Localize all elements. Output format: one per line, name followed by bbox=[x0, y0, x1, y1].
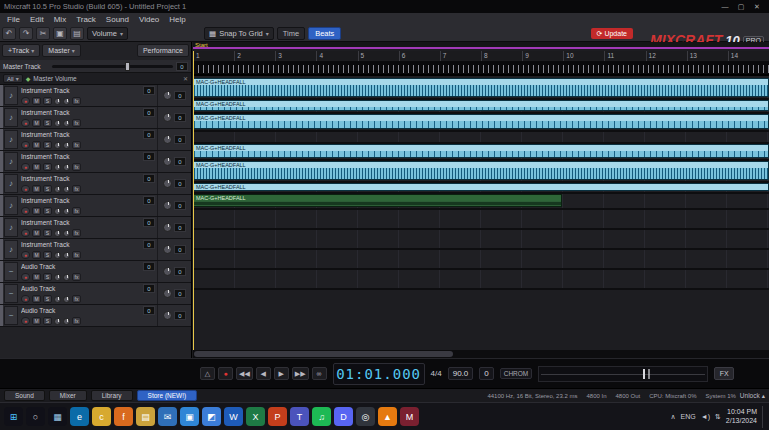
paste-icon[interactable]: ▤ bbox=[70, 27, 84, 40]
arm-button[interactable]: ● bbox=[21, 251, 30, 259]
solo-button[interactable]: S bbox=[43, 119, 52, 127]
mute-button[interactable]: M bbox=[32, 295, 41, 303]
volume-knob[interactable] bbox=[63, 252, 70, 259]
audio-clip[interactable]: MAC-G+HEADFALL bbox=[193, 161, 769, 180]
arm-button[interactable]: ● bbox=[21, 119, 30, 127]
mute-button[interactable]: M bbox=[32, 163, 41, 171]
track-row[interactable]: ♪Instrument Track0●MSfx0 bbox=[0, 195, 191, 217]
discord-icon[interactable]: D bbox=[334, 407, 353, 426]
unlock-button[interactable]: Unlock ▴ bbox=[740, 392, 765, 400]
arm-button[interactable]: ● bbox=[21, 163, 30, 171]
mute-button[interactable]: M bbox=[32, 273, 41, 281]
arm-button[interactable]: ● bbox=[21, 207, 30, 215]
menu-item-file[interactable]: File bbox=[2, 15, 25, 24]
mute-button[interactable]: M bbox=[32, 251, 41, 259]
fx-button[interactable]: fx bbox=[72, 119, 81, 127]
pan-knob[interactable] bbox=[54, 274, 61, 281]
solo-button[interactable]: S bbox=[43, 317, 52, 325]
tab-mixer[interactable]: Mixer bbox=[49, 390, 87, 401]
solo-button[interactable]: S bbox=[43, 273, 52, 281]
photos-icon[interactable]: ◩ bbox=[202, 407, 221, 426]
solo-button[interactable]: S bbox=[43, 295, 52, 303]
tray-expand-icon[interactable]: ∧ bbox=[670, 413, 675, 421]
play-button[interactable]: ▶ bbox=[274, 367, 289, 380]
solo-button[interactable]: S bbox=[43, 185, 52, 193]
audio-clip[interactable]: MAC-G+HEADFALL bbox=[193, 100, 769, 111]
solo-button[interactable]: S bbox=[43, 251, 52, 259]
pan-knob[interactable] bbox=[54, 252, 61, 259]
timeline-lane[interactable] bbox=[193, 270, 769, 290]
playhead[interactable] bbox=[193, 51, 194, 350]
timeline-lane[interactable] bbox=[193, 210, 769, 230]
network-icon[interactable]: ⇅ bbox=[715, 413, 721, 421]
teams-icon[interactable]: T bbox=[290, 407, 309, 426]
powerpoint-icon[interactable]: P bbox=[268, 407, 287, 426]
arm-button[interactable]: ● bbox=[21, 141, 30, 149]
loop-button[interactable]: ∞ bbox=[312, 367, 327, 380]
send-knob[interactable] bbox=[163, 223, 172, 232]
rewind-to-start-button[interactable]: ◀◀ bbox=[236, 367, 253, 380]
fx-button[interactable]: fx bbox=[72, 185, 81, 193]
copy-icon[interactable]: ▣ bbox=[53, 27, 67, 40]
tab-library[interactable]: Library bbox=[91, 390, 133, 401]
send-knob[interactable] bbox=[163, 289, 172, 298]
volume-icon[interactable]: ◄) bbox=[701, 413, 710, 421]
maximize-button[interactable]: ▢ bbox=[733, 3, 749, 11]
fx-button[interactable]: fx bbox=[72, 141, 81, 149]
menu-item-track[interactable]: Track bbox=[71, 15, 101, 24]
send-knob[interactable] bbox=[163, 135, 172, 144]
fx-button[interactable]: fx bbox=[72, 207, 81, 215]
mute-button[interactable]: M bbox=[32, 317, 41, 325]
timeline-lane[interactable] bbox=[193, 132, 769, 144]
firefox-icon[interactable]: f bbox=[114, 407, 133, 426]
track-row[interactable]: ♪Instrument Track0●MSfx0 bbox=[0, 107, 191, 129]
update-button[interactable]: ⟳ Update bbox=[591, 28, 633, 39]
solo-button[interactable]: S bbox=[43, 229, 52, 237]
automation-all-dropdown[interactable]: All ▾ bbox=[3, 74, 23, 83]
fast-forward-button[interactable]: ▶▶ bbox=[292, 367, 309, 380]
menu-item-edit[interactable]: Edit bbox=[25, 15, 49, 24]
performance-button[interactable]: Performance bbox=[137, 44, 189, 57]
track-row[interactable]: ~Audio Track0●MSfx0 bbox=[0, 283, 191, 305]
track-row[interactable]: ♪Instrument Track0●MSfx0 bbox=[0, 151, 191, 173]
timeline-lane[interactable]: MAC-G+HEADFALL bbox=[193, 183, 769, 194]
cut-icon[interactable]: ✂ bbox=[36, 27, 50, 40]
pan-knob[interactable] bbox=[54, 120, 61, 127]
arm-button[interactable]: ● bbox=[21, 317, 30, 325]
start-marker[interactable]: Start bbox=[195, 42, 208, 49]
mail-icon[interactable]: ✉ bbox=[158, 407, 177, 426]
redo-icon[interactable]: ↷ bbox=[19, 27, 33, 40]
timeline-lane[interactable] bbox=[193, 230, 769, 250]
fx-button[interactable]: fx bbox=[72, 295, 81, 303]
send-knob[interactable] bbox=[163, 201, 172, 210]
timeline-lane[interactable]: MAC-G+HEADFALL bbox=[193, 161, 769, 183]
pan-knob[interactable] bbox=[54, 318, 61, 325]
send-knob[interactable] bbox=[163, 267, 172, 276]
volume-knob[interactable] bbox=[63, 164, 70, 171]
mute-button[interactable]: M bbox=[32, 141, 41, 149]
send-knob[interactable] bbox=[163, 311, 172, 320]
volume-knob[interactable] bbox=[63, 98, 70, 105]
volume-knob[interactable] bbox=[63, 318, 70, 325]
solo-button[interactable]: S bbox=[43, 97, 52, 105]
fx-button[interactable]: fx bbox=[72, 229, 81, 237]
time-signature[interactable]: 4/4 bbox=[431, 369, 442, 378]
fader-thumb[interactable] bbox=[125, 62, 130, 71]
add-track-button[interactable]: +Track ▾ bbox=[2, 44, 40, 57]
time-mode-button[interactable]: Time bbox=[277, 27, 305, 40]
pan-knob[interactable] bbox=[54, 296, 61, 303]
key-display[interactable]: 0 bbox=[479, 367, 493, 380]
fx-button[interactable]: fx bbox=[72, 317, 81, 325]
fx-button[interactable]: fx bbox=[72, 163, 81, 171]
fx-button[interactable]: fx bbox=[72, 251, 81, 259]
arm-button[interactable]: ● bbox=[21, 273, 30, 281]
volume-knob[interactable] bbox=[63, 186, 70, 193]
pan-knob[interactable] bbox=[54, 230, 61, 237]
audio-clip[interactable]: MAC-G+HEADFALL bbox=[193, 78, 769, 97]
tempo-display[interactable]: 90.0 bbox=[448, 367, 474, 380]
beats-mode-button[interactable]: Beats bbox=[308, 27, 341, 40]
snap-to-grid-dropdown[interactable]: ▦ Snap To Grid ▾ bbox=[204, 27, 274, 40]
taskbar-clock[interactable]: 10:04 PM 2/13/2024 bbox=[726, 408, 757, 426]
send-knob[interactable] bbox=[163, 91, 172, 100]
midi-clip[interactable]: MAC-G+HEADFALL bbox=[193, 194, 562, 207]
